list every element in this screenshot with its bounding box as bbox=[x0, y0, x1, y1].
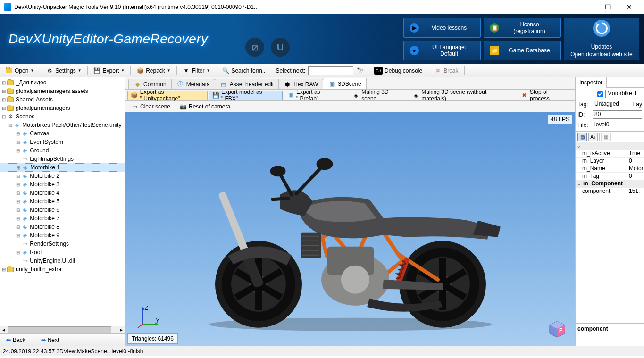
prop-row[interactable]: m_NameMotorbike 1 bbox=[576, 165, 644, 173]
blank-icon: ▭ bbox=[131, 103, 138, 110]
svg-line-28 bbox=[273, 198, 288, 199]
center-panel: ◆Common ⓘMetadata ▤Asset header edit ⬢He… bbox=[125, 77, 576, 346]
tree-item[interactable]: ⊞◈ EventSystem bbox=[0, 138, 125, 146]
repack-button[interactable]: 📦Repack ▼ bbox=[133, 66, 174, 76]
make-3d-scene-nomat-button[interactable]: ◈Making 3D scene (without materials) bbox=[409, 91, 515, 100]
debug-console-button[interactable]: C:\Debug console bbox=[371, 66, 426, 76]
tree-item[interactable]: ⊞ Shared-Assets bbox=[0, 95, 125, 104]
reset-camera-button[interactable]: 📷Reset of camera bbox=[176, 102, 234, 111]
language-button[interactable]: ● UI Language: Default bbox=[403, 41, 481, 60]
tab-hex-raw[interactable]: ⬢Hex RAW bbox=[278, 79, 323, 89]
select-next-label: Select next: bbox=[274, 67, 307, 74]
tree-h-scrollbar[interactable]: ◂▸ bbox=[0, 326, 125, 333]
make-3d-scene-button[interactable]: ◈Making 3D scene bbox=[349, 91, 408, 100]
back-button[interactable]: ⬅Back bbox=[3, 335, 29, 345]
status-bar: 24.09.2019 22:43:57 3DView.MakeScene.. l… bbox=[0, 346, 644, 356]
updates-button[interactable]: UpdatesOpen download web site bbox=[564, 18, 639, 60]
file-field[interactable]: level0 bbox=[593, 121, 642, 129]
tree-item[interactable]: ⊞ globalgamemanagers bbox=[0, 104, 125, 112]
prop-row[interactable]: component151: Transform bbox=[576, 188, 644, 195]
tree-item[interactable]: ⊞◈ Ground bbox=[0, 146, 125, 155]
select-next-input[interactable] bbox=[308, 66, 353, 75]
play-icon: ▶ bbox=[410, 23, 419, 33]
object-name-field[interactable]: Motorbike 1 bbox=[605, 90, 642, 98]
tree-item[interactable]: ⊞◈ Motorbike 4 bbox=[0, 189, 125, 197]
maximize-button[interactable]: ☐ bbox=[597, 0, 619, 14]
game-database-button[interactable]: 📁 Game Database bbox=[484, 41, 561, 60]
filter-button[interactable]: ▼Filter ▼ bbox=[179, 66, 214, 76]
property-grid[interactable]: ⌄ m_IsActiveTrue m_Layer0 m_NameMotorbik… bbox=[576, 142, 644, 323]
binoculars-button[interactable]: 🔭 bbox=[354, 66, 366, 76]
license-button[interactable]: 📋 License (registration) bbox=[484, 18, 561, 38]
tree-item[interactable]: ⊞◈ Root bbox=[0, 248, 125, 257]
tree-item[interactable]: ▭ RenderSettings bbox=[0, 240, 125, 248]
motorbike-render bbox=[181, 138, 520, 336]
app-icon bbox=[4, 3, 11, 11]
id-field[interactable]: 80 bbox=[593, 110, 642, 119]
clear-scene-button[interactable]: ▭Clear scene bbox=[127, 102, 174, 111]
search-form-button[interactable]: 🔍Search form.. bbox=[218, 66, 268, 76]
prop-row[interactable]: m_Tag0 bbox=[576, 173, 644, 180]
tag-field[interactable]: Untagged bbox=[593, 100, 631, 108]
console-icon: C:\ bbox=[374, 67, 383, 75]
categorized-button[interactable]: ▤ bbox=[577, 133, 587, 141]
asset-tree[interactable]: ⊞ _Для видео ⊞ globalgamemanagers.assets… bbox=[0, 77, 125, 326]
tree-item[interactable]: ▭ UnityEngine.UI.dll bbox=[0, 257, 125, 265]
3d-viewport[interactable]: 48 FPS bbox=[125, 112, 575, 346]
tab-3dscene[interactable]: ▣3DScene bbox=[323, 78, 366, 89]
common-icon: ◆ bbox=[134, 81, 141, 88]
updates-icon bbox=[593, 20, 610, 37]
gear-icon: ⚙ bbox=[46, 67, 53, 75]
license-label: License (registration) bbox=[504, 21, 555, 34]
tree-item[interactable]: ⊞◈ Motorbike 5 bbox=[0, 197, 125, 206]
game-database-label: Game Database bbox=[504, 47, 555, 54]
svg-marker-36 bbox=[141, 307, 145, 310]
svg-point-21 bbox=[341, 265, 369, 293]
export-button[interactable]: 💾Export ▼ bbox=[90, 66, 128, 76]
tree-item[interactable]: ⊞◈ Motorbike 6 bbox=[0, 206, 125, 214]
view-cube[interactable]: F bbox=[548, 319, 567, 338]
tree-item[interactable]: ⊞◈ Motorbike 7 bbox=[0, 214, 125, 223]
active-checkbox[interactable] bbox=[597, 91, 603, 97]
tree-item[interactable]: ⊞◈ Motorbike 2 bbox=[0, 172, 125, 180]
tree-item-selected[interactable]: ⊞◈ Motorbike 1 bbox=[0, 163, 125, 172]
tab-asset-header[interactable]: ▤Asset header edit bbox=[215, 79, 279, 89]
video-lessons-button[interactable]: ▶ Video lessons bbox=[403, 18, 481, 38]
property-pages-button[interactable]: ▦ bbox=[601, 133, 611, 141]
settings-button[interactable]: ⚙Settings ▼ bbox=[42, 66, 84, 76]
unity-icon: ◈ bbox=[352, 92, 360, 99]
export-unitypackage-button[interactable]: 📦Export as ".Unitypackage" bbox=[127, 91, 208, 100]
tree-item[interactable]: ⊟◈ Motorbikes Pack/Other/TestScene.unity bbox=[0, 121, 125, 129]
tree-item[interactable]: ⊞ unity_builtin_extra bbox=[0, 265, 125, 274]
prefab-icon: ▣ bbox=[287, 92, 294, 99]
property-sort-bar: ▤ A↓ ▦ bbox=[576, 131, 644, 142]
tree-item[interactable]: ⊞◈ Motorbike 9 bbox=[0, 231, 125, 240]
tree-item[interactable]: ⊞◈ Motorbike 8 bbox=[0, 223, 125, 231]
svg-line-24 bbox=[296, 166, 322, 193]
svg-point-25 bbox=[318, 159, 331, 168]
export-fbx-button[interactable]: 💾Export model as ".FBX" bbox=[209, 91, 283, 100]
stop-process-button[interactable]: ✖Stop of process bbox=[517, 91, 572, 100]
minimize-button[interactable]: — bbox=[575, 0, 597, 14]
tree-item[interactable]: ▭ LightmapSettings bbox=[0, 155, 125, 163]
tree-item[interactable]: ⊞ globalgamemanagers.assets bbox=[0, 87, 125, 95]
tree-item[interactable]: ⊞ _Для видео bbox=[0, 78, 125, 87]
tab-inspector[interactable]: Inspector bbox=[576, 77, 607, 88]
prop-row[interactable]: m_Layer0 bbox=[576, 158, 644, 165]
prop-group[interactable]: ⌄m_Component bbox=[576, 180, 644, 188]
tab-metadata[interactable]: ⓘMetadata bbox=[171, 79, 215, 89]
alphabetical-button[interactable]: A↓ bbox=[588, 133, 598, 141]
tree-item[interactable]: ⊞◈ Canvas bbox=[0, 129, 125, 138]
break-button[interactable]: ✖Break bbox=[431, 66, 461, 76]
info-icon: ⓘ bbox=[176, 81, 184, 88]
window-title: DevXUnity-Unpacker Magic Tools Ver 9.10 … bbox=[14, 4, 575, 10]
tree-item[interactable]: ⊞◈ Motorbike 3 bbox=[0, 180, 125, 189]
open-button[interactable]: Open ▼ bbox=[2, 66, 37, 76]
next-button[interactable]: ➡Next bbox=[38, 335, 63, 345]
prop-row[interactable]: m_IsActiveTrue bbox=[576, 150, 644, 158]
close-button[interactable]: ✕ bbox=[619, 0, 640, 14]
tree-item[interactable]: ⊟⚙ Scenes bbox=[0, 112, 125, 121]
tab-common[interactable]: ◆Common bbox=[128, 79, 172, 89]
export-prefab-button[interactable]: ▣Export as ".Prefab" bbox=[284, 91, 346, 100]
tree-panel: ⊞ _Для видео ⊞ globalgamemanagers.assets… bbox=[0, 77, 125, 346]
